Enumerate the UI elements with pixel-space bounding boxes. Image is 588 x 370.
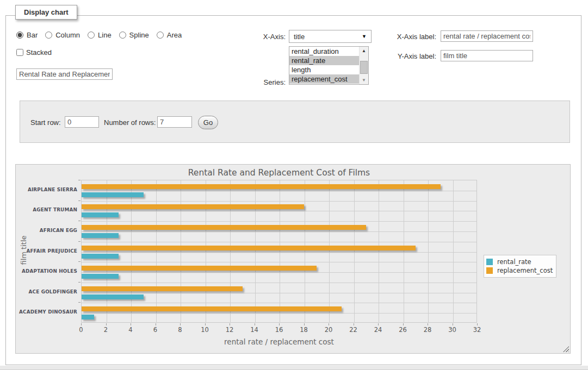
legend-swatch-icon — [486, 259, 493, 265]
series-option-replacement_cost[interactable]: replacement_cost — [289, 74, 360, 84]
chart-type-radio-group: BarColumnLineSplineArea — [16, 31, 186, 39]
gridline — [82, 242, 476, 242]
x-tick-label: 20 — [320, 326, 337, 334]
number-of-rows-label: Number of rows: — [104, 118, 156, 127]
legend-swatch-icon — [486, 267, 493, 274]
tick-mark — [106, 323, 107, 325]
gridline — [107, 180, 107, 322]
x-tick-label: 32 — [469, 326, 485, 334]
gridline — [181, 180, 181, 322]
x-axis-field-label: X-Axis: — [231, 33, 286, 41]
gridline — [404, 180, 404, 322]
x-tick-label: 30 — [444, 326, 461, 334]
gridline — [82, 262, 476, 262]
go-button[interactable]: Go — [198, 116, 218, 129]
category-label: AFFAIR PREJUDICE — [16, 248, 77, 254]
tick-mark — [279, 323, 280, 325]
legend-item: rental_rate — [486, 258, 553, 266]
bar-replacement_cost — [82, 306, 342, 311]
chart-type-radio-bar[interactable] — [16, 32, 23, 39]
page-bottom-strip — [0, 366, 588, 370]
bar-rental_rate — [82, 274, 119, 279]
bar-replacement_cost — [82, 225, 366, 230]
tick-mark — [78, 241, 81, 242]
x-tick-label: 4 — [122, 326, 139, 334]
tick-mark — [403, 323, 404, 325]
pager-panel: Start row: Number of rows: Go — [20, 101, 570, 143]
chart-type-label: Spline — [129, 31, 149, 39]
fieldset-legend: Display chart — [15, 5, 77, 20]
series-multiselect[interactable]: rental_durationrental_ratelengthreplacem… — [289, 46, 369, 85]
tick-mark — [78, 221, 81, 221]
x-tick-label: 14 — [246, 326, 263, 334]
chart-x-axis-title: rental rate / replacement cost — [81, 337, 477, 346]
gridline — [428, 180, 429, 322]
plot-area — [81, 180, 477, 323]
category-label: AIRPLANE SIERRA — [16, 187, 77, 192]
bar-replacement_cost — [82, 204, 304, 209]
chart-type-radio-line[interactable] — [88, 32, 95, 39]
chart-type-radio-column[interactable] — [45, 32, 52, 39]
chevron-down-icon: ▼ — [362, 34, 367, 39]
legend-label: rental_rate — [497, 258, 531, 266]
x-tick-label: 16 — [271, 326, 287, 334]
tick-mark — [329, 323, 329, 325]
chart-type-radio-spline[interactable] — [119, 32, 126, 39]
gridline — [82, 283, 476, 283]
series-option-length[interactable]: length — [289, 65, 360, 74]
series-option-rental_duration[interactable]: rental_duration — [289, 47, 360, 56]
tick-mark — [78, 200, 81, 201]
gridline — [131, 180, 132, 322]
tick-mark — [453, 323, 453, 325]
chart-type-label: Line — [98, 31, 112, 39]
y-axis-label-field-label: Y-Axis label: — [382, 52, 436, 60]
tick-mark — [78, 180, 81, 180]
scrollbar[interactable]: ▲ ▼ — [359, 47, 368, 84]
bar-rental_rate — [82, 254, 119, 259]
number-of-rows-input[interactable] — [157, 116, 192, 128]
x-axis-selected-value: title — [294, 33, 305, 41]
y-axis-label-input[interactable] — [441, 50, 533, 61]
chart-type-label: Column — [55, 31, 80, 39]
bar-rental_rate — [82, 233, 119, 238]
resize-handle-icon[interactable] — [563, 346, 569, 352]
scrollbar-thumb[interactable] — [360, 61, 368, 74]
bar-rental_rate — [82, 294, 144, 299]
gridline — [453, 180, 454, 322]
x-axis-select[interactable]: title ▼ — [289, 30, 372, 43]
chart-title: Rental Rate and Replacement Cost of Film… — [81, 168, 477, 178]
gridline — [82, 303, 476, 303]
tick-mark — [205, 323, 206, 325]
start-row-label: Start row: — [30, 118, 61, 127]
x-tick-label: 8 — [172, 326, 188, 334]
tick-mark — [304, 323, 305, 325]
tick-mark — [230, 323, 230, 325]
gridline — [82, 293, 476, 293]
series-option-rental_rate[interactable]: rental_rate — [289, 56, 360, 65]
category-label: ACADEMY DINOSAUR — [16, 309, 77, 315]
tick-mark — [428, 323, 428, 325]
stacked-row: Stacked — [16, 48, 52, 57]
gridline — [379, 180, 379, 322]
gridline — [82, 231, 476, 232]
chart-title-input[interactable] — [16, 68, 113, 80]
stacked-label: Stacked — [26, 48, 52, 57]
gridline — [156, 180, 157, 322]
bar-rental_rate — [82, 315, 94, 319]
x-tick-label: 22 — [345, 326, 362, 334]
start-row-input[interactable] — [65, 116, 99, 128]
category-label: AFRICAN EGG — [16, 228, 77, 233]
chart-type-label: Bar — [27, 31, 38, 39]
scroll-up-icon[interactable]: ▲ — [360, 47, 368, 55]
x-axis-label-field-label: X-Axis label: — [382, 33, 436, 41]
bar-rental_rate — [82, 192, 144, 197]
stacked-checkbox[interactable] — [16, 49, 23, 56]
series-field-label: Series: — [231, 78, 286, 86]
chart-type-label: Area — [167, 31, 182, 39]
scroll-down-icon[interactable]: ▼ — [360, 76, 368, 84]
x-tick-label: 28 — [419, 326, 436, 334]
chart-type-radio-area[interactable] — [157, 32, 164, 39]
x-tick-label: 26 — [395, 326, 411, 334]
x-axis-label-input[interactable] — [441, 30, 533, 42]
bar-replacement_cost — [82, 246, 416, 250]
